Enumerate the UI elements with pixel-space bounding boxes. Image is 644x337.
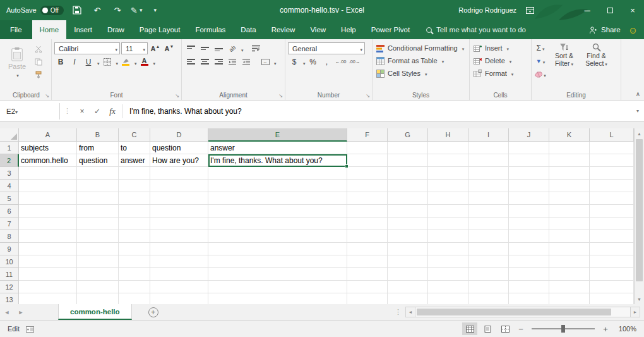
column-header-F[interactable]: F [347, 128, 388, 142]
expand-formula-bar-icon[interactable] [631, 108, 644, 114]
format-cells-button[interactable]: Format [472, 67, 528, 80]
format-as-table-button[interactable]: Format as Table [375, 54, 467, 67]
cell-K8[interactable] [549, 230, 590, 243]
cell-G1[interactable] [388, 142, 428, 154]
cell-G8[interactable] [388, 230, 428, 243]
cell-H11[interactable] [428, 268, 468, 281]
cell-B10[interactable] [77, 255, 119, 268]
feedback-smiley-button[interactable] [627, 20, 644, 39]
cell-H13[interactable] [428, 293, 468, 304]
cell-I1[interactable] [468, 142, 509, 154]
cell-I12[interactable] [468, 281, 509, 293]
cell-G12[interactable] [388, 281, 428, 293]
cell-G11[interactable] [388, 268, 428, 281]
tab-review[interactable]: Review [264, 20, 303, 39]
column-header-C[interactable]: C [119, 128, 150, 142]
cell-L11[interactable] [590, 268, 634, 281]
redo-button[interactable]: ↷ [110, 3, 124, 17]
increase-font-size-button[interactable]: A▲ [149, 42, 162, 54]
zoom-in-button[interactable]: + [600, 323, 611, 334]
cell-I4[interactable] [468, 180, 509, 192]
cell-I2[interactable] [468, 154, 509, 167]
cell-C10[interactable] [119, 255, 150, 268]
column-header-H[interactable]: H [428, 128, 468, 142]
cell-F8[interactable] [347, 230, 388, 243]
page-break-preview-button[interactable] [498, 322, 513, 335]
cell-G6[interactable] [388, 205, 428, 218]
cell-B11[interactable] [77, 268, 119, 281]
cell-B3[interactable] [77, 167, 119, 180]
sheet-tab-common-hello[interactable]: common-hello [58, 304, 132, 320]
cell-A4[interactable] [19, 180, 77, 192]
tab-formulas[interactable]: Formulas [188, 20, 233, 39]
cell-C12[interactable] [119, 281, 150, 293]
cell-F2[interactable] [347, 154, 388, 167]
find-select-button[interactable]: Find & Select [581, 42, 611, 80]
font-color-button[interactable]: A [138, 56, 151, 68]
column-header-A[interactable]: A [19, 128, 77, 142]
cell-A9[interactable] [19, 243, 77, 255]
cell-A13[interactable] [19, 293, 77, 304]
cell-J6[interactable] [509, 205, 549, 218]
row-header-8[interactable]: 8 [0, 230, 19, 243]
cell-H10[interactable] [428, 255, 468, 268]
cell-A6[interactable] [19, 205, 77, 218]
accounting-dropdown-icon[interactable] [302, 56, 306, 68]
cell-K10[interactable] [549, 255, 590, 268]
column-header-L[interactable]: L [590, 128, 634, 142]
fill-button[interactable]: ▼ [534, 55, 547, 67]
cell-G10[interactable] [388, 255, 428, 268]
select-all-button[interactable] [0, 128, 19, 142]
cell-L7[interactable] [590, 218, 634, 230]
tab-page-layout[interactable]: Page Layout [132, 20, 188, 39]
scroll-right-icon[interactable]: ► [630, 307, 640, 317]
cell-B9[interactable] [77, 243, 119, 255]
cell-I13[interactable] [468, 293, 509, 304]
cell-J9[interactable] [509, 243, 549, 255]
cell-J5[interactable] [509, 192, 549, 205]
cell-A5[interactable] [19, 192, 77, 205]
column-header-I[interactable]: I [468, 128, 509, 142]
merge-center-button[interactable]: ↔ [259, 56, 271, 68]
cell-B8[interactable] [77, 230, 119, 243]
cell-C6[interactable] [119, 205, 150, 218]
cut-button[interactable] [32, 43, 45, 55]
cell-B12[interactable] [77, 281, 119, 293]
cell-H4[interactable] [428, 180, 468, 192]
cell-G4[interactable] [388, 180, 428, 192]
cell-L1[interactable] [590, 142, 634, 154]
page-layout-view-button[interactable] [480, 322, 495, 335]
cell-B2[interactable]: question [77, 154, 119, 167]
cell-B6[interactable] [77, 205, 119, 218]
cell-H3[interactable] [428, 167, 468, 180]
merge-center-dropdown-icon[interactable] [273, 56, 277, 68]
scroll-down-icon[interactable]: ▼ [635, 294, 644, 304]
column-header-D[interactable]: D [150, 128, 208, 142]
cell-L9[interactable] [590, 243, 634, 255]
collapse-ribbon-button[interactable] [636, 90, 640, 97]
tab-view[interactable]: View [302, 20, 333, 39]
cell-J2[interactable] [509, 154, 549, 167]
row-header-7[interactable]: 7 [0, 218, 19, 230]
sort-filter-button[interactable]: Sort & Filter [549, 42, 579, 80]
cell-A11[interactable] [19, 268, 77, 281]
wrap-text-button[interactable] [250, 42, 263, 54]
cell-A10[interactable] [19, 255, 77, 268]
cell-H5[interactable] [428, 192, 468, 205]
cell-F13[interactable] [347, 293, 388, 304]
cell-C13[interactable] [119, 293, 150, 304]
column-header-K[interactable]: K [549, 128, 590, 142]
cancel-button[interactable]: × [75, 104, 90, 119]
cell-A2[interactable]: common.hello [19, 154, 77, 167]
conditional-formatting-button[interactable]: Conditional Formatting [375, 42, 467, 54]
row-header-4[interactable]: 4 [0, 180, 19, 192]
fill-color-button[interactable] [119, 56, 132, 68]
scroll-up-icon[interactable]: ▲ [635, 128, 644, 138]
borders-dropdown-icon[interactable] [115, 56, 119, 68]
center-button[interactable] [198, 56, 211, 68]
cell-K9[interactable] [549, 243, 590, 255]
cell-K4[interactable] [549, 180, 590, 192]
cell-B4[interactable] [77, 180, 119, 192]
cell-F7[interactable] [347, 218, 388, 230]
cell-L5[interactable] [590, 192, 634, 205]
